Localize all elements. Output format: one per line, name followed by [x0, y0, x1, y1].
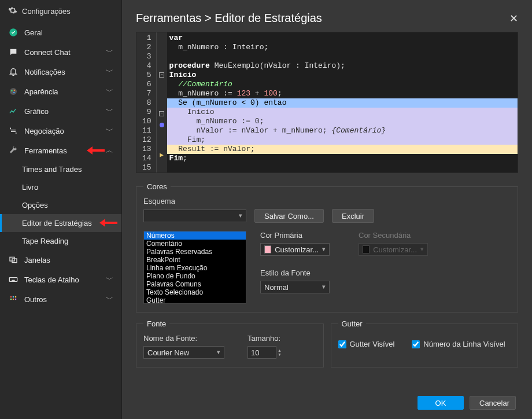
sidebar-item-geral[interactable]: Geral	[0, 23, 121, 42]
fonte-group: Fonte Nome da Fonte: Courier New Tamanho…	[136, 319, 324, 367]
sidebar-item-label: Connect Chat	[24, 48, 99, 57]
cancelar-button[interactable]: Cancelar	[470, 396, 516, 410]
listbox-option[interactable]: Linha em Execução	[144, 264, 246, 272]
elements-listbox[interactable]: NúmerosComentárioPalavras ReservadasBrea…	[143, 231, 246, 304]
esquema-label: Esquema	[143, 197, 428, 205]
sidebar-item-label: Editor de Estratégias	[22, 219, 113, 227]
cores-group: Cores Esquema Salvar Como... Excluir Núm…	[136, 182, 518, 313]
svg-rect-7	[9, 278, 17, 282]
nome-fonte-value: Courier New	[147, 348, 189, 357]
svg-point-10	[15, 296, 17, 298]
chevron-down-icon: ﹀	[105, 106, 113, 116]
chevron-down-icon: ﹀	[105, 126, 113, 136]
svg-point-8	[10, 296, 12, 298]
excluir-button[interactable]: Excluir	[332, 209, 374, 223]
sidebar-item-label: Janelas	[24, 256, 113, 264]
line-number-check[interactable]: Número da Linha Visível	[412, 340, 505, 348]
cor-secundaria-label: Cor Secundária	[359, 231, 428, 240]
svg-point-2	[11, 90, 13, 91]
salvar-como-button[interactable]: Salvar Como...	[254, 209, 324, 223]
cor-primaria-combo[interactable]: Customizar...	[260, 243, 330, 256]
listbox-option[interactable]: Plano de Fundo	[144, 272, 246, 280]
gutter-legend: Gutter	[338, 319, 366, 328]
nome-fonte-combo[interactable]: Courier New	[143, 346, 224, 359]
svg-point-11	[10, 299, 12, 300]
fold-gutter: −−▶	[157, 32, 167, 172]
sidebar-subitem-times-and-trades[interactable]: Times and Trades	[0, 160, 121, 178]
sidebar-item-label: Outros	[24, 295, 99, 304]
sidebar-subitem-livro[interactable]: Livro	[0, 178, 121, 196]
line-gutter: 123456789101112131415	[136, 32, 157, 172]
chart-icon	[8, 106, 19, 116]
sidebar-item-label: Teclas de Atalho	[24, 275, 99, 284]
close-button[interactable]: ✕	[509, 12, 518, 25]
sidebar-item-label: Times and Trades	[22, 165, 113, 174]
main-panel: Ferramentas > Editor de Estratégias ✕ 12…	[121, 0, 532, 419]
keyboard-icon	[8, 274, 19, 285]
sidebar: Configurações GeralConnect Chat﹀Notifica…	[0, 0, 121, 419]
listbox-option[interactable]: Texto Selecionado	[144, 288, 246, 296]
estilo-combo[interactable]: Normal	[260, 281, 330, 293]
sidebar-item-outros[interactable]: Outros﹀	[0, 289, 121, 309]
estilo-label: Estilo da Fonte	[260, 269, 428, 277]
line-number-label: Número da Linha Visível	[423, 340, 505, 348]
code-body: var m_nNumero : Inteiro;procedure MeuExe…	[167, 32, 518, 172]
palette-icon	[8, 86, 19, 97]
sidebar-header: Configurações	[0, 2, 121, 23]
svg-point-4	[13, 92, 15, 94]
sidebar-item-negociação[interactable]: Negociação﹀	[0, 121, 121, 141]
cor-primaria-swatch	[264, 245, 271, 253]
listbox-option[interactable]: Números	[144, 231, 246, 240]
gutter-group: Gutter Gutter Visível Número da Linha Vi…	[331, 319, 519, 367]
cor-secundaria-value: Customizar...	[373, 245, 417, 254]
cor-secundaria-swatch	[363, 245, 370, 253]
cor-primaria-label: Cor Primária	[260, 231, 330, 240]
esquema-combo[interactable]	[143, 210, 246, 222]
grid-icon	[8, 294, 19, 304]
sidebar-item-notificações[interactable]: Notificações﹀	[0, 62, 121, 82]
sidebar-subitem-opções[interactable]: Opções	[0, 196, 121, 214]
estilo-value: Normal	[264, 283, 289, 292]
sidebar-item-teclas-de-atalho[interactable]: Teclas de Atalho﹀	[0, 270, 121, 289]
chevron-down-icon: ﹀	[105, 47, 113, 57]
listbox-option[interactable]: Palavras Reservadas	[144, 248, 246, 256]
line-number-input[interactable]	[412, 340, 420, 348]
listbox-option[interactable]: Comentário	[144, 240, 246, 248]
gutter-visible-input[interactable]	[338, 340, 346, 348]
cores-legend: Cores	[143, 182, 171, 191]
windows-icon	[8, 255, 19, 265]
chevron-down-icon: ﹀	[105, 294, 113, 304]
sidebar-item-label: Ferramentas	[24, 146, 99, 155]
spinner-arrows[interactable]: ▲▼	[278, 348, 282, 356]
cor-secundaria-combo: Customizar...	[359, 243, 428, 256]
svg-point-13	[15, 299, 17, 300]
wrench-icon	[8, 145, 19, 156]
listbox-option[interactable]: Gutter	[144, 296, 246, 304]
listbox-option[interactable]: Palavras Comuns	[144, 280, 246, 288]
svg-point-1	[10, 88, 17, 95]
tamanho-spinner[interactable]: 10	[247, 346, 276, 359]
gutter-visible-check[interactable]: Gutter Visível	[338, 340, 395, 348]
sidebar-item-ferramentas[interactable]: Ferramentas︿	[0, 141, 121, 160]
listbox-option[interactable]: BreakPoint	[144, 256, 246, 264]
svg-point-3	[14, 90, 16, 91]
sidebar-subitem-editor-de-estratégias[interactable]: Editor de Estratégias	[0, 214, 121, 232]
chevron-down-icon: ﹀	[105, 67, 113, 77]
sidebar-item-connect-chat[interactable]: Connect Chat﹀	[0, 42, 121, 62]
sidebar-item-gráfico[interactable]: Gráfico﹀	[0, 101, 121, 121]
sidebar-item-aparência[interactable]: Aparência﹀	[0, 82, 121, 101]
cor-primaria-value: Customizar...	[275, 245, 319, 254]
sidebar-subitem-tape-reading[interactable]: Tape Reading	[0, 232, 121, 250]
sidebar-item-label: Aparência	[24, 87, 99, 96]
tamanho-value: 10	[251, 348, 259, 357]
fonte-legend: Fonte	[143, 319, 169, 328]
ok-button[interactable]: OK	[418, 396, 464, 410]
code-preview: 123456789101112131415 −−▶ var m_nNumero …	[136, 32, 518, 173]
gutter-visible-label: Gutter Visível	[350, 340, 395, 348]
sidebar-title: Configurações	[22, 7, 71, 16]
nome-fonte-label: Nome da Fonte:	[143, 334, 224, 343]
gear-icon	[8, 6, 17, 17]
sidebar-item-janelas[interactable]: Janelas	[0, 250, 121, 270]
sidebar-item-label: Tape Reading	[22, 237, 113, 245]
tamanho-label: Tamanho:	[247, 334, 282, 343]
